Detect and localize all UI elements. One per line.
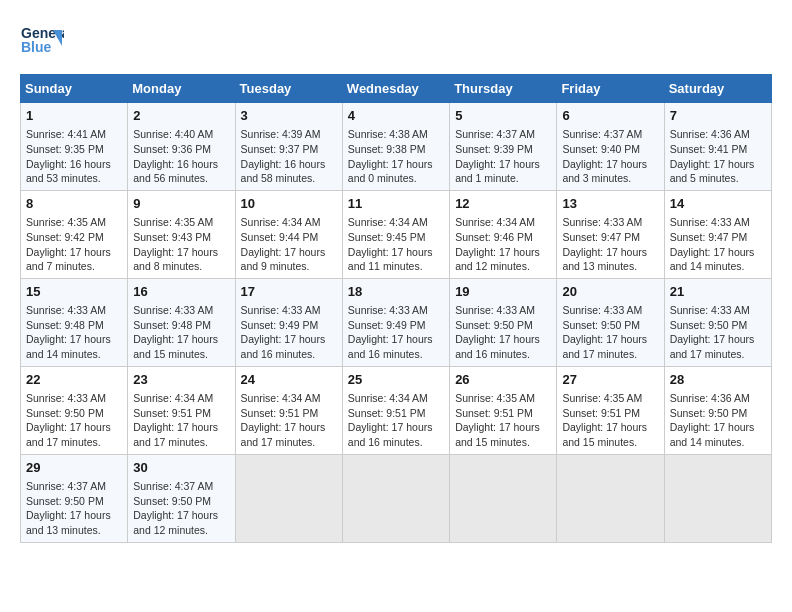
day-number: 13 — [562, 195, 658, 213]
day-number: 3 — [241, 107, 337, 125]
table-row: 20Sunrise: 4:33 AMSunset: 9:50 PMDayligh… — [557, 278, 664, 366]
day-number: 10 — [241, 195, 337, 213]
day-number: 12 — [455, 195, 551, 213]
table-row: 19Sunrise: 4:33 AMSunset: 9:50 PMDayligh… — [450, 278, 557, 366]
col-header-sunday: Sunday — [21, 75, 128, 103]
day-info: Sunrise: 4:37 AMSunset: 9:40 PMDaylight:… — [562, 127, 658, 186]
day-number: 17 — [241, 283, 337, 301]
day-info: Sunrise: 4:33 AMSunset: 9:48 PMDaylight:… — [26, 303, 122, 362]
day-info: Sunrise: 4:35 AMSunset: 9:42 PMDaylight:… — [26, 215, 122, 274]
table-row: 27Sunrise: 4:35 AMSunset: 9:51 PMDayligh… — [557, 366, 664, 454]
day-number: 29 — [26, 459, 122, 477]
table-row: 22Sunrise: 4:33 AMSunset: 9:50 PMDayligh… — [21, 366, 128, 454]
day-number: 15 — [26, 283, 122, 301]
day-info: Sunrise: 4:33 AMSunset: 9:50 PMDaylight:… — [455, 303, 551, 362]
day-info: Sunrise: 4:33 AMSunset: 9:50 PMDaylight:… — [562, 303, 658, 362]
table-row: 24Sunrise: 4:34 AMSunset: 9:51 PMDayligh… — [235, 366, 342, 454]
day-info: Sunrise: 4:36 AMSunset: 9:50 PMDaylight:… — [670, 391, 766, 450]
svg-text:Blue: Blue — [21, 39, 52, 55]
table-row: 18Sunrise: 4:33 AMSunset: 9:49 PMDayligh… — [342, 278, 449, 366]
table-row — [450, 454, 557, 542]
table-row: 7Sunrise: 4:36 AMSunset: 9:41 PMDaylight… — [664, 103, 771, 191]
day-number: 2 — [133, 107, 229, 125]
day-info: Sunrise: 4:33 AMSunset: 9:49 PMDaylight:… — [241, 303, 337, 362]
day-number: 16 — [133, 283, 229, 301]
day-info: Sunrise: 4:37 AMSunset: 9:39 PMDaylight:… — [455, 127, 551, 186]
day-info: Sunrise: 4:41 AMSunset: 9:35 PMDaylight:… — [26, 127, 122, 186]
table-row: 4Sunrise: 4:38 AMSunset: 9:38 PMDaylight… — [342, 103, 449, 191]
day-info: Sunrise: 4:33 AMSunset: 9:47 PMDaylight:… — [562, 215, 658, 274]
table-row: 12Sunrise: 4:34 AMSunset: 9:46 PMDayligh… — [450, 190, 557, 278]
logo: GeneralBlue — [20, 20, 64, 64]
col-header-wednesday: Wednesday — [342, 75, 449, 103]
day-number: 26 — [455, 371, 551, 389]
table-row: 21Sunrise: 4:33 AMSunset: 9:50 PMDayligh… — [664, 278, 771, 366]
day-number: 4 — [348, 107, 444, 125]
table-row: 1Sunrise: 4:41 AMSunset: 9:35 PMDaylight… — [21, 103, 128, 191]
day-info: Sunrise: 4:38 AMSunset: 9:38 PMDaylight:… — [348, 127, 444, 186]
day-info: Sunrise: 4:34 AMSunset: 9:51 PMDaylight:… — [348, 391, 444, 450]
day-info: Sunrise: 4:33 AMSunset: 9:50 PMDaylight:… — [670, 303, 766, 362]
day-info: Sunrise: 4:34 AMSunset: 9:51 PMDaylight:… — [133, 391, 229, 450]
table-row: 13Sunrise: 4:33 AMSunset: 9:47 PMDayligh… — [557, 190, 664, 278]
day-info: Sunrise: 4:35 AMSunset: 9:43 PMDaylight:… — [133, 215, 229, 274]
day-number: 20 — [562, 283, 658, 301]
table-row: 14Sunrise: 4:33 AMSunset: 9:47 PMDayligh… — [664, 190, 771, 278]
table-row: 29Sunrise: 4:37 AMSunset: 9:50 PMDayligh… — [21, 454, 128, 542]
table-row: 8Sunrise: 4:35 AMSunset: 9:42 PMDaylight… — [21, 190, 128, 278]
day-number: 25 — [348, 371, 444, 389]
day-number: 8 — [26, 195, 122, 213]
day-number: 24 — [241, 371, 337, 389]
day-number: 1 — [26, 107, 122, 125]
day-number: 22 — [26, 371, 122, 389]
day-info: Sunrise: 4:33 AMSunset: 9:48 PMDaylight:… — [133, 303, 229, 362]
table-row: 10Sunrise: 4:34 AMSunset: 9:44 PMDayligh… — [235, 190, 342, 278]
day-number: 14 — [670, 195, 766, 213]
table-row: 30Sunrise: 4:37 AMSunset: 9:50 PMDayligh… — [128, 454, 235, 542]
day-number: 5 — [455, 107, 551, 125]
day-info: Sunrise: 4:39 AMSunset: 9:37 PMDaylight:… — [241, 127, 337, 186]
table-row: 23Sunrise: 4:34 AMSunset: 9:51 PMDayligh… — [128, 366, 235, 454]
day-info: Sunrise: 4:33 AMSunset: 9:49 PMDaylight:… — [348, 303, 444, 362]
day-info: Sunrise: 4:37 AMSunset: 9:50 PMDaylight:… — [26, 479, 122, 538]
table-row: 28Sunrise: 4:36 AMSunset: 9:50 PMDayligh… — [664, 366, 771, 454]
day-number: 21 — [670, 283, 766, 301]
day-info: Sunrise: 4:34 AMSunset: 9:44 PMDaylight:… — [241, 215, 337, 274]
day-info: Sunrise: 4:33 AMSunset: 9:50 PMDaylight:… — [26, 391, 122, 450]
table-row: 26Sunrise: 4:35 AMSunset: 9:51 PMDayligh… — [450, 366, 557, 454]
logo-icon: GeneralBlue — [20, 20, 64, 64]
table-row — [557, 454, 664, 542]
table-row: 5Sunrise: 4:37 AMSunset: 9:39 PMDaylight… — [450, 103, 557, 191]
day-number: 18 — [348, 283, 444, 301]
day-number: 9 — [133, 195, 229, 213]
day-number: 28 — [670, 371, 766, 389]
col-header-tuesday: Tuesday — [235, 75, 342, 103]
table-row — [342, 454, 449, 542]
table-row: 17Sunrise: 4:33 AMSunset: 9:49 PMDayligh… — [235, 278, 342, 366]
col-header-saturday: Saturday — [664, 75, 771, 103]
day-number: 19 — [455, 283, 551, 301]
day-info: Sunrise: 4:33 AMSunset: 9:47 PMDaylight:… — [670, 215, 766, 274]
table-row: 6Sunrise: 4:37 AMSunset: 9:40 PMDaylight… — [557, 103, 664, 191]
table-row: 2Sunrise: 4:40 AMSunset: 9:36 PMDaylight… — [128, 103, 235, 191]
day-number: 7 — [670, 107, 766, 125]
table-row: 3Sunrise: 4:39 AMSunset: 9:37 PMDaylight… — [235, 103, 342, 191]
table-row: 15Sunrise: 4:33 AMSunset: 9:48 PMDayligh… — [21, 278, 128, 366]
day-info: Sunrise: 4:35 AMSunset: 9:51 PMDaylight:… — [455, 391, 551, 450]
calendar-table: SundayMondayTuesdayWednesdayThursdayFrid… — [20, 74, 772, 543]
day-number: 27 — [562, 371, 658, 389]
day-number: 11 — [348, 195, 444, 213]
day-info: Sunrise: 4:35 AMSunset: 9:51 PMDaylight:… — [562, 391, 658, 450]
col-header-thursday: Thursday — [450, 75, 557, 103]
day-info: Sunrise: 4:34 AMSunset: 9:45 PMDaylight:… — [348, 215, 444, 274]
header: GeneralBlue — [20, 20, 772, 64]
day-number: 23 — [133, 371, 229, 389]
table-row: 16Sunrise: 4:33 AMSunset: 9:48 PMDayligh… — [128, 278, 235, 366]
day-info: Sunrise: 4:34 AMSunset: 9:51 PMDaylight:… — [241, 391, 337, 450]
col-header-friday: Friday — [557, 75, 664, 103]
day-info: Sunrise: 4:36 AMSunset: 9:41 PMDaylight:… — [670, 127, 766, 186]
day-number: 30 — [133, 459, 229, 477]
table-row — [664, 454, 771, 542]
table-row: 11Sunrise: 4:34 AMSunset: 9:45 PMDayligh… — [342, 190, 449, 278]
day-info: Sunrise: 4:40 AMSunset: 9:36 PMDaylight:… — [133, 127, 229, 186]
